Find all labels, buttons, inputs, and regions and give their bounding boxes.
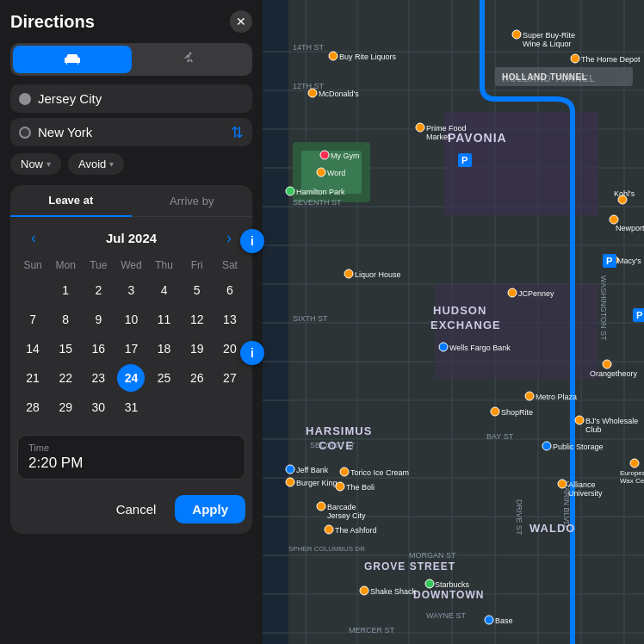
avoid-chevron: ▾ [109, 159, 114, 169]
cal-day-30[interactable]: 30 [84, 393, 112, 421]
cal-day-27[interactable]: 27 [216, 364, 244, 392]
cal-day-3[interactable]: 3 [117, 276, 145, 304]
cal-day-25[interactable]: 25 [151, 364, 178, 392]
cal-day-5[interactable]: 5 [183, 276, 211, 304]
cal-day-1[interactable]: 1 [52, 276, 79, 304]
cal-day-17[interactable]: 17 [117, 335, 145, 362]
cal-day-19[interactable]: 19 [183, 335, 211, 362]
svg-text:SECOND ST: SECOND ST [310, 441, 356, 449]
svg-point-77 [508, 288, 517, 297]
svg-point-103 [630, 459, 639, 468]
svg-text:P: P [461, 155, 468, 165]
svg-text:MERCER ST: MERCER ST [349, 626, 395, 635]
svg-point-56 [571, 54, 579, 63]
cal-day-11[interactable]: 11 [151, 306, 178, 333]
directions-panel: Directions ✕ Jersey City New York ⇅ [0, 0, 263, 644]
svg-point-116 [485, 616, 493, 624]
action-row: Cancel Apply [10, 486, 252, 534]
origin-dot [19, 93, 31, 105]
svg-text:HARSIMUS: HARSIMUS [306, 424, 372, 437]
cal-day-26[interactable]: 26 [183, 364, 211, 392]
svg-point-54 [329, 52, 337, 60]
svg-rect-4 [263, 0, 288, 644]
day-header-sun: Sun [17, 256, 48, 275]
svg-text:The Boli: The Boli [346, 483, 375, 492]
svg-text:Jersey City: Jersey City [327, 511, 366, 520]
cal-day-31[interactable]: 31 [117, 393, 145, 421]
route-info-button-2[interactable]: i [240, 341, 264, 365]
time-section: Time 2:20 PM [10, 428, 252, 486]
svg-text:Buy Rite Liquors: Buy Rite Liquors [339, 53, 397, 61]
leave-at-tab[interactable]: Leave at [10, 185, 132, 217]
time-label: Time [28, 443, 234, 453]
arrive-by-tab[interactable]: Arrive by [132, 185, 253, 216]
cal-day-9[interactable]: 9 [84, 306, 112, 333]
cal-day-29[interactable]: 29 [52, 393, 79, 421]
cal-day-15[interactable]: 15 [52, 335, 79, 362]
cal-day-22[interactable]: 22 [52, 364, 79, 392]
cal-day-28[interactable]: 28 [19, 393, 46, 421]
avoid-button[interactable]: Avoid ▾ [68, 153, 124, 175]
day-header-thu: Thu [149, 256, 180, 275]
now-button[interactable]: Now ▾ [10, 153, 61, 175]
svg-text:Base: Base [495, 616, 513, 625]
svg-point-106 [317, 502, 325, 511]
walk-transport-button[interactable] [132, 46, 251, 73]
cal-day-6[interactable]: 6 [216, 276, 244, 304]
svg-text:Word: Word [327, 169, 345, 177]
cal-day-2[interactable]: 2 [84, 276, 112, 304]
svg-point-2 [189, 53, 192, 55]
cal-day-20[interactable]: 20 [216, 335, 244, 362]
route-info-button[interactable]: i [240, 229, 264, 253]
svg-text:Torico Ice Cream: Torico Ice Cream [350, 468, 409, 477]
next-month-button[interactable]: › [220, 226, 238, 251]
svg-text:WALDO: WALDO [529, 522, 575, 535]
destination-input[interactable]: New York [38, 125, 244, 139]
svg-text:MORGAN ST: MORGAN ST [409, 551, 456, 560]
month-year-label: Jul 2024 [106, 231, 157, 245]
cancel-button[interactable]: Cancel [106, 495, 167, 523]
cal-day-21[interactable]: 21 [19, 364, 46, 392]
svg-text:My Gym: My Gym [331, 152, 360, 160]
cal-day-23[interactable]: 23 [84, 364, 112, 392]
cal-day-13[interactable]: 13 [216, 306, 244, 333]
time-input-wrapper[interactable]: Time 2:20 PM [17, 435, 245, 480]
close-button[interactable]: ✕ [230, 10, 252, 33]
svg-text:European: European [620, 469, 644, 477]
svg-text:SPHER COLUMBUS DR: SPHER COLUMBUS DR [288, 545, 365, 553]
svg-text:Club: Club [585, 425, 602, 434]
car-transport-button[interactable] [13, 46, 132, 73]
svg-point-85 [491, 407, 499, 416]
svg-text:BJ's Wholesale: BJ's Wholesale [585, 417, 638, 425]
svg-text:SIXTH ST: SIXTH ST [293, 314, 328, 323]
now-label: Now [21, 158, 43, 170]
apply-button[interactable]: Apply [175, 495, 245, 523]
cal-day-12[interactable]: 12 [183, 306, 211, 333]
svg-point-81 [603, 360, 611, 368]
svg-text:EXCHANGE: EXCHANGE [430, 319, 501, 331]
svg-text:DOWNTOWN: DOWNTOWN [413, 589, 484, 601]
cal-day-10[interactable]: 10 [117, 306, 145, 333]
cal-day-14[interactable]: 14 [19, 335, 46, 362]
svg-text:Jeff Bank: Jeff Bank [296, 466, 329, 474]
cal-day-18[interactable]: 18 [151, 335, 178, 362]
prev-month-button[interactable]: ‹ [24, 226, 43, 251]
svg-text:Public Storage: Public Storage [553, 443, 604, 451]
swap-button[interactable]: ⇅ [231, 123, 244, 142]
cal-day-7[interactable]: 7 [19, 306, 46, 333]
svg-point-1 [76, 60, 77, 62]
cal-day-8[interactable]: 8 [52, 306, 79, 333]
svg-point-100 [558, 480, 567, 488]
cal-day-24-today[interactable]: 24 [117, 364, 145, 392]
cal-day-16[interactable]: 16 [84, 335, 112, 362]
cal-day-4[interactable]: 4 [151, 276, 178, 304]
calendar-nav: ‹ Jul 2024 › [10, 217, 252, 256]
svg-text:Kohl's: Kohl's [614, 189, 635, 198]
time-value: 2:20 PM [28, 455, 234, 472]
origin-input[interactable]: Jersey City [38, 91, 244, 106]
svg-point-83 [525, 392, 534, 400]
svg-point-51 [512, 30, 521, 39]
svg-point-90 [542, 442, 551, 450]
svg-text:Barcade: Barcade [327, 503, 356, 511]
svg-text:HOLLAND TUNNEL: HOLLAND TUNNEL [502, 72, 587, 82]
